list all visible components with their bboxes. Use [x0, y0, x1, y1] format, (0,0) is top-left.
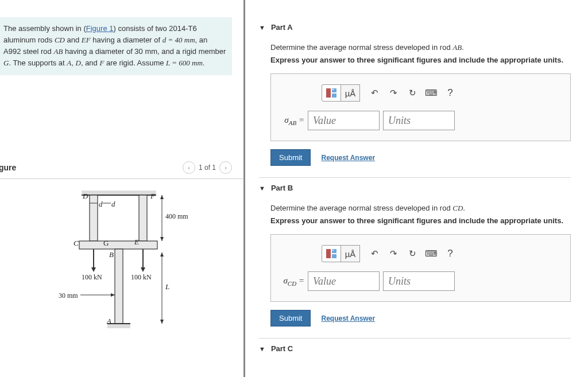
units-icon[interactable]: µÅ	[341, 245, 360, 262]
part-b-header[interactable]: ▼ Part B	[259, 184, 588, 192]
figure-title: igure	[0, 163, 16, 172]
svg-marker-14	[160, 237, 164, 241]
part-a-instruction: Express your answer to three significant…	[270, 56, 588, 64]
fig-counter: 1 of 1	[199, 164, 216, 172]
problem-statement: The assembly shown in (Figure 1) consist…	[0, 17, 232, 75]
svg-rect-2	[90, 195, 98, 241]
svg-marker-13	[160, 195, 164, 199]
svg-rect-4	[79, 241, 157, 249]
undo-icon[interactable]: ↶	[365, 84, 384, 102]
reset-icon[interactable]: ↻	[403, 84, 422, 102]
redo-icon[interactable]: ↷	[384, 245, 403, 262]
caret-down-icon: ▼	[259, 24, 265, 31]
templates-icon[interactable]	[322, 84, 341, 102]
svg-rect-0	[82, 191, 156, 195]
units-icon[interactable]: µÅ	[341, 84, 360, 102]
fig-prev-button[interactable]: ‹	[183, 161, 195, 174]
part-b-answer-box: µÅ ↶ ↷ ↻ ⌨ ? σCD =	[270, 234, 571, 302]
undo-icon[interactable]: ↶	[365, 245, 384, 262]
svg-rect-5	[115, 249, 123, 324]
svg-rect-22	[326, 88, 331, 98]
part-a-prompt: Determine the average normal stress deve…	[270, 43, 588, 52]
submit-button-b[interactable]: Submit	[270, 310, 311, 327]
part-c-header[interactable]: ▼ Part C	[259, 344, 588, 353]
sigma-ab-label: σAB =	[281, 115, 304, 126]
svg-marker-19	[111, 293, 115, 297]
part-a-header[interactable]: ▼ Part A	[259, 23, 588, 32]
fig-next-button[interactable]: ›	[219, 161, 232, 174]
units-input-a[interactable]	[383, 111, 455, 130]
keyboard-icon[interactable]: ⌨	[421, 84, 441, 102]
svg-rect-25	[332, 89, 334, 90]
units-input-b[interactable]	[383, 271, 455, 291]
value-input-b[interactable]	[308, 271, 380, 291]
part-b-instruction: Express your answer to three significant…	[270, 216, 588, 225]
reset-icon[interactable]: ↻	[403, 245, 422, 262]
request-answer-b[interactable]: Request Answer	[321, 314, 375, 322]
help-icon[interactable]: ?	[440, 84, 460, 102]
svg-rect-28	[332, 254, 336, 258]
submit-button-a[interactable]: Submit	[270, 149, 311, 166]
sigma-cd-label: σCD =	[281, 276, 304, 287]
svg-marker-17	[160, 320, 164, 324]
redo-icon[interactable]: ↷	[384, 84, 403, 102]
part-b-prompt: Determine the average normal stress deve…	[270, 204, 588, 213]
request-answer-a[interactable]: Request Answer	[321, 154, 375, 162]
caret-down-icon: ▼	[259, 185, 265, 192]
svg-marker-11	[141, 267, 145, 272]
part-a-answer-box: µÅ ↶ ↷ ↻ ⌨ ? σAB =	[270, 73, 571, 141]
svg-rect-24	[332, 94, 336, 98]
value-input-a[interactable]	[308, 111, 380, 130]
figure-link[interactable]: Figure 1	[86, 24, 114, 33]
svg-rect-29	[332, 250, 334, 251]
caret-down-icon: ▼	[259, 345, 265, 352]
svg-rect-3	[139, 195, 147, 241]
svg-rect-26	[326, 249, 331, 258]
svg-marker-9	[91, 267, 96, 272]
figure-diagram: D F d d C G E B 400 mm 100 kN 100 kN L 3…	[41, 186, 202, 335]
templates-icon[interactable]	[322, 245, 341, 262]
svg-marker-16	[160, 252, 164, 256]
help-icon[interactable]: ?	[440, 245, 460, 262]
keyboard-icon[interactable]: ⌨	[421, 245, 441, 262]
